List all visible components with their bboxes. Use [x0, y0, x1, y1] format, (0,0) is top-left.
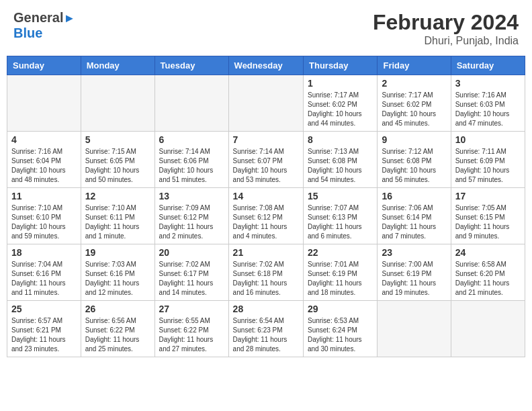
day-info: Sunrise: 7:14 AM Sunset: 6:07 PM Dayligh… — [233, 147, 299, 185]
table-row: 21Sunrise: 7:02 AM Sunset: 6:18 PM Dayli… — [228, 244, 303, 301]
day-number: 27 — [159, 304, 224, 314]
day-number: 25 — [11, 304, 77, 314]
day-info: Sunrise: 7:15 AM Sunset: 6:05 PM Dayligh… — [85, 147, 150, 185]
day-info: Sunrise: 7:02 AM Sunset: 6:18 PM Dayligh… — [233, 260, 299, 298]
day-number: 15 — [308, 191, 373, 201]
calendar-week-row: 4Sunrise: 7:16 AM Sunset: 6:04 PM Daylig… — [7, 132, 525, 188]
day-info: Sunrise: 6:57 AM Sunset: 6:21 PM Dayligh… — [11, 316, 77, 354]
calendar-table: Sunday Monday Tuesday Wednesday Thursday… — [7, 56, 525, 357]
table-row: 12Sunrise: 7:10 AM Sunset: 6:11 PM Dayli… — [81, 188, 154, 244]
table-row: 5Sunrise: 7:15 AM Sunset: 6:05 PM Daylig… — [81, 132, 154, 188]
table-row: 6Sunrise: 7:14 AM Sunset: 6:06 PM Daylig… — [154, 132, 228, 188]
day-info: Sunrise: 7:00 AM Sunset: 6:19 PM Dayligh… — [382, 260, 446, 298]
header-sunday: Sunday — [7, 56, 81, 75]
day-number: 3 — [455, 78, 521, 89]
table-row: 2Sunrise: 7:17 AM Sunset: 6:02 PM Daylig… — [378, 75, 451, 132]
weekday-header-row: Sunday Monday Tuesday Wednesday Thursday… — [7, 56, 525, 75]
table-row: 15Sunrise: 7:07 AM Sunset: 6:13 PM Dayli… — [304, 188, 378, 244]
table-row: 11Sunrise: 7:10 AM Sunset: 6:10 PM Dayli… — [7, 188, 81, 244]
day-info: Sunrise: 7:01 AM Sunset: 6:19 PM Dayligh… — [308, 260, 373, 298]
header-tuesday: Tuesday — [154, 56, 228, 75]
day-number: 29 — [308, 304, 373, 314]
month-title: February 2024 — [373, 10, 519, 35]
header-friday: Friday — [378, 56, 451, 75]
day-info: Sunrise: 7:16 AM Sunset: 6:04 PM Dayligh… — [11, 147, 77, 185]
day-info: Sunrise: 7:06 AM Sunset: 6:14 PM Dayligh… — [382, 203, 446, 241]
table-row: 10Sunrise: 7:11 AM Sunset: 6:09 PM Dayli… — [451, 132, 525, 188]
day-number: 2 — [382, 78, 446, 89]
day-number: 1 — [308, 78, 373, 89]
day-info: Sunrise: 6:53 AM Sunset: 6:24 PM Dayligh… — [308, 316, 373, 354]
title-area: February 2024 Dhuri, Punjab, India — [373, 10, 519, 47]
day-number: 11 — [11, 191, 77, 201]
day-number: 16 — [382, 191, 446, 201]
day-number: 20 — [159, 247, 224, 258]
day-info: Sunrise: 7:10 AM Sunset: 6:10 PM Dayligh… — [11, 203, 77, 241]
header-thursday: Thursday — [304, 56, 378, 75]
day-info: Sunrise: 7:07 AM Sunset: 6:13 PM Dayligh… — [308, 203, 373, 241]
day-number: 5 — [85, 134, 150, 145]
table-row: 1Sunrise: 7:17 AM Sunset: 6:02 PM Daylig… — [304, 75, 378, 132]
day-number: 13 — [159, 191, 224, 201]
day-number: 12 — [85, 191, 150, 201]
table-row: 22Sunrise: 7:01 AM Sunset: 6:19 PM Dayli… — [304, 244, 378, 301]
day-number: 4 — [11, 134, 77, 145]
header-monday: Monday — [81, 56, 154, 75]
table-row — [451, 301, 525, 357]
calendar-week-row: 25Sunrise: 6:57 AM Sunset: 6:21 PM Dayli… — [7, 301, 525, 357]
day-info: Sunrise: 6:54 AM Sunset: 6:23 PM Dayligh… — [233, 316, 299, 354]
day-info: Sunrise: 7:04 AM Sunset: 6:16 PM Dayligh… — [11, 260, 77, 298]
logo-blue: Blue — [13, 26, 42, 40]
day-number: 21 — [233, 247, 299, 258]
day-number: 9 — [382, 134, 446, 145]
day-info: Sunrise: 7:11 AM Sunset: 6:09 PM Dayligh… — [455, 147, 521, 185]
day-number: 22 — [308, 247, 373, 258]
table-row: 24Sunrise: 6:58 AM Sunset: 6:20 PM Dayli… — [451, 244, 525, 301]
logo-general: General — [13, 10, 63, 25]
day-info: Sunrise: 7:02 AM Sunset: 6:17 PM Dayligh… — [159, 260, 224, 298]
day-number: 26 — [85, 304, 150, 314]
day-info: Sunrise: 7:17 AM Sunset: 6:02 PM Dayligh… — [382, 91, 446, 128]
day-number: 6 — [159, 134, 224, 145]
day-info: Sunrise: 7:05 AM Sunset: 6:15 PM Dayligh… — [455, 203, 521, 241]
location: Dhuri, Punjab, India — [373, 35, 519, 47]
table-row: 29Sunrise: 6:53 AM Sunset: 6:24 PM Dayli… — [304, 301, 378, 357]
table-row: 8Sunrise: 7:13 AM Sunset: 6:08 PM Daylig… — [304, 132, 378, 188]
day-info: Sunrise: 7:10 AM Sunset: 6:11 PM Dayligh… — [85, 203, 150, 241]
calendar-week-row: 1Sunrise: 7:17 AM Sunset: 6:02 PM Daylig… — [7, 75, 525, 132]
page-header: General► Blue February 2024 Dhuri, Punja… — [7, 7, 525, 50]
day-info: Sunrise: 7:09 AM Sunset: 6:12 PM Dayligh… — [159, 203, 224, 241]
header-wednesday: Wednesday — [228, 56, 303, 75]
table-row: 23Sunrise: 7:00 AM Sunset: 6:19 PM Dayli… — [378, 244, 451, 301]
logo-bird-icon: ► — [63, 11, 75, 25]
table-row — [154, 75, 228, 132]
table-row: 27Sunrise: 6:55 AM Sunset: 6:22 PM Dayli… — [154, 301, 228, 357]
day-number: 14 — [233, 191, 299, 201]
day-number: 17 — [455, 191, 521, 201]
day-info: Sunrise: 6:55 AM Sunset: 6:22 PM Dayligh… — [159, 316, 224, 354]
day-number: 18 — [11, 247, 77, 258]
day-info: Sunrise: 6:58 AM Sunset: 6:20 PM Dayligh… — [455, 260, 521, 298]
table-row: 20Sunrise: 7:02 AM Sunset: 6:17 PM Dayli… — [154, 244, 228, 301]
day-info: Sunrise: 7:14 AM Sunset: 6:06 PM Dayligh… — [159, 147, 224, 185]
day-info: Sunrise: 7:17 AM Sunset: 6:02 PM Dayligh… — [308, 91, 373, 128]
table-row: 16Sunrise: 7:06 AM Sunset: 6:14 PM Dayli… — [378, 188, 451, 244]
day-number: 28 — [233, 304, 299, 314]
table-row: 9Sunrise: 7:12 AM Sunset: 6:08 PM Daylig… — [378, 132, 451, 188]
table-row: 7Sunrise: 7:14 AM Sunset: 6:07 PM Daylig… — [228, 132, 303, 188]
table-row: 19Sunrise: 7:03 AM Sunset: 6:16 PM Dayli… — [81, 244, 154, 301]
table-row — [228, 75, 303, 132]
table-row: 3Sunrise: 7:16 AM Sunset: 6:03 PM Daylig… — [451, 75, 525, 132]
table-row: 13Sunrise: 7:09 AM Sunset: 6:12 PM Dayli… — [154, 188, 228, 244]
table-row: 18Sunrise: 7:04 AM Sunset: 6:16 PM Dayli… — [7, 244, 81, 301]
day-info: Sunrise: 7:12 AM Sunset: 6:08 PM Dayligh… — [382, 147, 446, 185]
day-info: Sunrise: 7:08 AM Sunset: 6:12 PM Dayligh… — [233, 203, 299, 241]
calendar-week-row: 18Sunrise: 7:04 AM Sunset: 6:16 PM Dayli… — [7, 244, 525, 301]
table-row: 14Sunrise: 7:08 AM Sunset: 6:12 PM Dayli… — [228, 188, 303, 244]
table-row — [378, 301, 451, 357]
day-info: Sunrise: 7:13 AM Sunset: 6:08 PM Dayligh… — [308, 147, 373, 185]
day-number: 19 — [85, 247, 150, 258]
table-row — [81, 75, 154, 132]
day-number: 24 — [455, 247, 521, 258]
day-number: 23 — [382, 247, 446, 258]
